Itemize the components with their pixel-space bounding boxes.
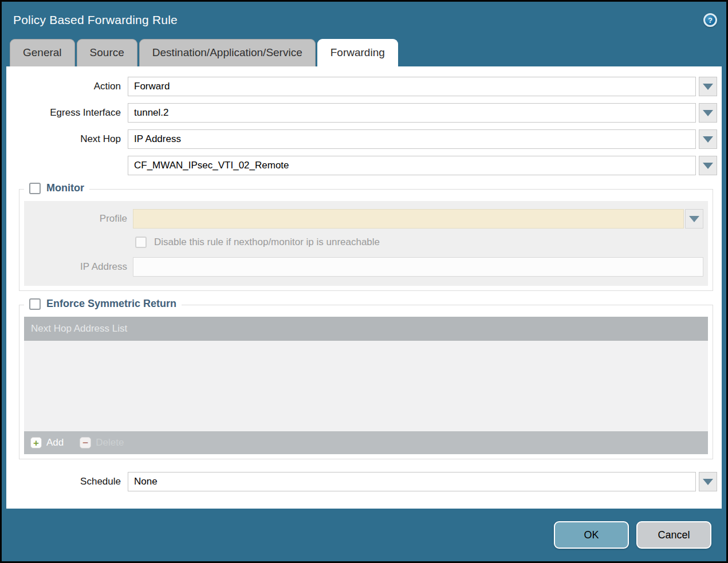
- next-hop-type-dropdown-button[interactable]: [699, 129, 717, 149]
- next-hop-address-select[interactable]: CF_MWAN_IPsec_VTI_02_Remote: [128, 156, 696, 175]
- chevron-down-icon: [703, 163, 713, 169]
- chevron-down-icon: [703, 84, 713, 90]
- monitor-checkbox[interactable]: [29, 183, 41, 194]
- delete-button-label: Delete: [96, 437, 124, 448]
- next-hop-address-table-toolbar: + Add − Delete: [24, 431, 708, 454]
- enforce-symmetric-return-legend-label: Enforce Symmetric Return: [46, 298, 176, 310]
- egress-interface-select[interactable]: tunnel.2: [128, 103, 696, 123]
- tab-forwarding[interactable]: Forwarding: [317, 39, 398, 66]
- title-bar: Policy Based Forwarding Rule ?: [2, 2, 726, 38]
- profile-row: Profile: [24, 209, 703, 229]
- action-select[interactable]: Forward: [128, 77, 696, 96]
- monitor-ip-address-row: IP Address: [24, 257, 703, 277]
- chevron-down-icon: [703, 110, 713, 116]
- monitor-ip-address-label: IP Address: [24, 261, 133, 273]
- add-icon: +: [30, 437, 42, 448]
- disable-rule-row: Disable this rule if nexthop/monitor ip …: [135, 237, 703, 248]
- profile-select: [133, 209, 684, 229]
- schedule-label: Schedule: [6, 476, 128, 487]
- disable-rule-checkbox: [135, 237, 147, 248]
- next-hop-address-row: CF_MWAN_IPsec_VTI_02_Remote: [6, 156, 717, 175]
- monitor-legend-label: Monitor: [46, 182, 84, 194]
- profile-dropdown-button: [685, 209, 703, 229]
- egress-interface-dropdown-button[interactable]: [699, 103, 717, 123]
- tab-destination-application-service[interactable]: Destination/Application/Service: [139, 39, 316, 66]
- action-dropdown-button[interactable]: [699, 77, 717, 96]
- egress-interface-label: Egress Interface: [6, 107, 128, 119]
- help-icon[interactable]: ?: [703, 13, 717, 27]
- profile-label: Profile: [24, 213, 133, 225]
- policy-based-forwarding-dialog: Policy Based Forwarding Rule ? General S…: [0, 0, 728, 563]
- ok-button[interactable]: OK: [554, 521, 629, 549]
- tab-bar: General Source Destination/Application/S…: [2, 38, 726, 66]
- enforce-symmetric-return-group: Enforce Symmetric Return Next Hop Addres…: [19, 305, 713, 459]
- chevron-down-icon: [703, 136, 713, 143]
- monitor-ip-address-input: [133, 257, 703, 277]
- forwarding-tab-panel: Action Forward Egress Interface tunnel.2…: [6, 66, 722, 509]
- chevron-down-icon: [703, 479, 713, 485]
- next-hop-address-list-header: Next Hop Address List: [24, 317, 708, 341]
- monitor-panel: Profile Disable this rule if nexthop/mon…: [24, 201, 708, 286]
- egress-interface-row: Egress Interface tunnel.2: [6, 103, 717, 123]
- dialog-title: Policy Based Forwarding Rule: [13, 13, 178, 27]
- delete-icon: −: [80, 437, 91, 448]
- next-hop-row: Next Hop IP Address: [6, 129, 717, 149]
- schedule-select[interactable]: None: [128, 472, 696, 491]
- monitor-legend: Monitor: [24, 182, 89, 194]
- cancel-button[interactable]: Cancel: [636, 521, 711, 549]
- dialog-footer: OK Cancel: [2, 509, 726, 561]
- chevron-down-icon: [689, 216, 699, 222]
- tab-source[interactable]: Source: [77, 39, 137, 66]
- next-hop-address-list-body: [24, 341, 708, 431]
- schedule-dropdown-button[interactable]: [699, 472, 717, 491]
- tab-general[interactable]: General: [10, 39, 75, 66]
- schedule-row: Schedule None: [6, 472, 717, 491]
- delete-button: − Delete: [80, 437, 124, 448]
- enforce-symmetric-return-legend: Enforce Symmetric Return: [24, 298, 182, 310]
- disable-rule-label: Disable this rule if nexthop/monitor ip …: [154, 237, 380, 248]
- add-button[interactable]: + Add: [30, 437, 64, 448]
- enforce-symmetric-return-checkbox[interactable]: [29, 298, 41, 310]
- monitor-group: Monitor Profile Disable this rule if nex…: [19, 189, 713, 291]
- next-hop-label: Next Hop: [6, 133, 128, 145]
- action-label: Action: [6, 81, 128, 92]
- action-row: Action Forward: [6, 77, 717, 96]
- next-hop-address-dropdown-button[interactable]: [699, 156, 717, 175]
- next-hop-address-table: Next Hop Address List + Add − Delete: [24, 317, 708, 454]
- next-hop-type-select[interactable]: IP Address: [128, 129, 696, 149]
- add-button-label: Add: [46, 437, 64, 448]
